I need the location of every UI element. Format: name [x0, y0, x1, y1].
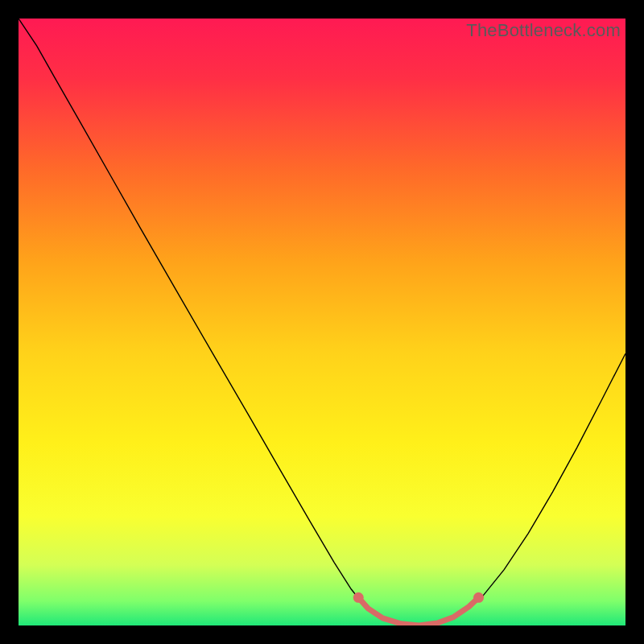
marker-dot — [353, 592, 364, 603]
chart-frame: TheBottleneck.com — [19, 19, 625, 625]
marker-dot — [473, 592, 484, 603]
gradient-background — [19, 19, 625, 625]
watermark-text: TheBottleneck.com — [466, 20, 621, 41]
bottleneck-chart — [19, 19, 625, 625]
